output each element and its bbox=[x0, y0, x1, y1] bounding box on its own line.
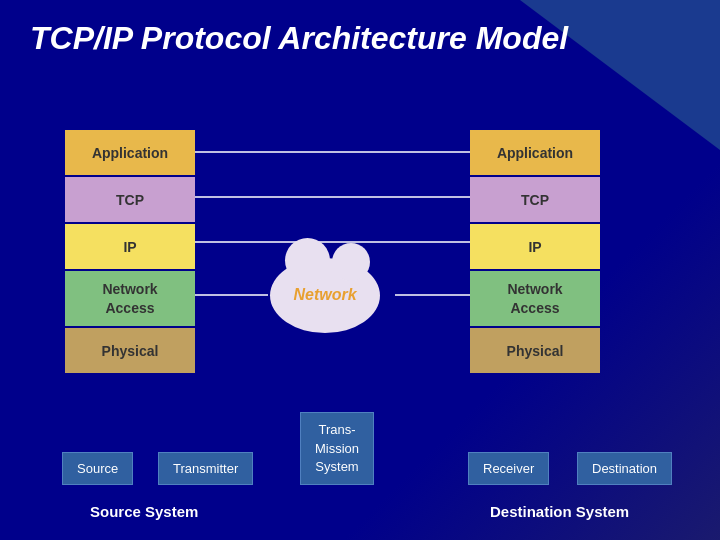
page: TCP/IP Protocol Architecture Model Appli… bbox=[0, 0, 720, 540]
page-title: TCP/IP Protocol Architecture Model bbox=[30, 20, 568, 57]
trans-mission-box: Trans-MissionSystem bbox=[300, 412, 374, 485]
dest-stack: Application TCP IP NetworkAccess Physica… bbox=[470, 130, 600, 375]
source-ip-layer: IP bbox=[65, 224, 195, 269]
source-label: Source bbox=[62, 452, 133, 485]
source-system-label: Source System bbox=[90, 503, 198, 520]
transmitter-label: Transmitter bbox=[158, 452, 253, 485]
network-label: Network bbox=[293, 286, 356, 304]
source-tcp-layer: TCP bbox=[65, 177, 195, 222]
destination-box: Destination bbox=[577, 452, 672, 485]
destination-label: Destination bbox=[577, 452, 672, 485]
transmitter-box: Transmitter bbox=[158, 452, 253, 485]
receiver-label: Receiver bbox=[468, 452, 549, 485]
dest-tcp-layer: TCP bbox=[470, 177, 600, 222]
dest-network-access-layer: NetworkAccess bbox=[470, 271, 600, 326]
source-stack: Application TCP IP NetworkAccess Physica… bbox=[65, 130, 195, 375]
dest-physical-layer: Physical bbox=[470, 328, 600, 373]
source-network-access-layer: NetworkAccess bbox=[65, 271, 195, 326]
source-box: Source bbox=[62, 452, 133, 485]
dest-application-layer: Application bbox=[470, 130, 600, 175]
source-physical-layer: Physical bbox=[65, 328, 195, 373]
dest-ip-layer: IP bbox=[470, 224, 600, 269]
source-application-layer: Application bbox=[65, 130, 195, 175]
cloud-shape: Network bbox=[270, 258, 380, 333]
destination-system-label: Destination System bbox=[490, 503, 629, 520]
trans-mission-label: Trans-MissionSystem bbox=[300, 412, 374, 485]
receiver-box: Receiver bbox=[468, 452, 549, 485]
network-cloud: Network bbox=[260, 250, 390, 340]
